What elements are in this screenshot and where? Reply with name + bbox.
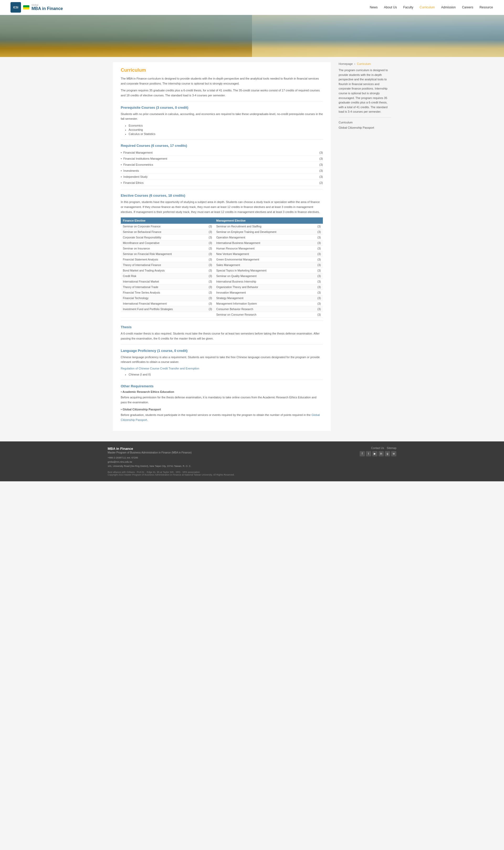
- finance-course: Investment Fund and Portfolio Strategies: [121, 306, 203, 312]
- other-req-item-1: • Academic Research Ethics Education Bef…: [121, 390, 323, 405]
- table-row: Theory of International Finance (3) Sale…: [121, 262, 323, 268]
- table-row: Financial Statement Analysis (3) Green E…: [121, 257, 323, 262]
- footer-contact-link[interactable]: Contact Us: [371, 447, 384, 449]
- finance-credits: (3): [203, 257, 214, 262]
- management-course: Strategy Management: [214, 296, 311, 301]
- management-course: Seminar on Quality Management: [214, 273, 311, 279]
- required-title: Required Courses (6 courses, 17 credits): [121, 144, 323, 147]
- page-title: Curriculum: [121, 68, 323, 73]
- site-header: ICSI Global MBA in Finance News About Us…: [0, 0, 504, 15]
- finance-elective-header: Finance Elective: [121, 217, 214, 224]
- elective-title: Elective Courses (6 courses, 18 credits): [121, 194, 323, 197]
- finance-course: Theory of International Trade: [121, 284, 203, 290]
- finance-credits: (3): [203, 229, 214, 235]
- thesis-title: Thesis: [121, 325, 323, 329]
- other-req-item-title-2: • Global Citizenship Passport: [121, 408, 323, 411]
- intro-text-2: The program requires 35 graduate credits…: [121, 88, 323, 98]
- language-desc: Chinese language proficiency is also a r…: [121, 355, 323, 365]
- breadcrumb-home[interactable]: Homepage: [339, 62, 353, 65]
- language-link[interactable]: Regulation of Chinese Course Credit Tran…: [121, 367, 199, 370]
- google-icon[interactable]: g: [385, 451, 390, 456]
- nav-news[interactable]: News: [369, 4, 378, 10]
- breadcrumb: Homepage › Curriculum: [339, 62, 391, 65]
- management-credits: (3): [311, 301, 323, 306]
- management-course: Seminar on Recruitment and Staffing: [214, 224, 311, 229]
- management-credits: (3): [311, 279, 323, 284]
- finance-course: Seminar on Corporate Finance: [121, 224, 203, 229]
- other-req-item-title-1: • Academic Research Ethics Education: [121, 390, 323, 393]
- language-list: Chinese (I and II): [121, 372, 323, 376]
- management-course: Green Environmental Management: [214, 257, 311, 262]
- finance-credits: (3): [203, 251, 214, 257]
- list-item: Accounting: [129, 128, 323, 132]
- finance-course: International Financial Market: [121, 279, 203, 284]
- elective-desc: In this program, students have the oppor…: [121, 199, 323, 214]
- nav-curriculum[interactable]: Curriculum: [419, 4, 435, 10]
- logo-text: Global MBA in Finance: [32, 4, 63, 11]
- divider-5: [121, 344, 323, 344]
- management-credits: (3): [311, 273, 323, 279]
- management-credits: (3): [311, 268, 323, 273]
- course-item: •Financial Institutions Management (3): [121, 156, 323, 162]
- other-req-item-desc-2: Before graduation, students must partici…: [121, 412, 323, 422]
- language-title: Language Proficiency (1 course, 0 credit…: [121, 349, 323, 353]
- youtube-icon[interactable]: ▶: [372, 451, 377, 456]
- wechat-icon[interactable]: w: [391, 451, 396, 456]
- hero-banner: [0, 15, 504, 57]
- finance-credits: (3): [203, 240, 214, 246]
- logo-area: ICSI Global MBA in Finance: [11, 2, 369, 13]
- finance-credits: (3): [203, 235, 214, 240]
- management-credits: (3): [311, 224, 323, 229]
- table-row: Seminar on Consumer Research (3): [121, 312, 323, 317]
- course-item: •Financial Econometrics (3): [121, 162, 323, 168]
- management-credits: (3): [311, 312, 323, 317]
- finance-credits: (3): [203, 301, 214, 306]
- prereq-title: Prerequisite Courses (3 courses, 0 credi…: [121, 106, 323, 109]
- icsi-logo-icon: ICSI: [11, 2, 21, 13]
- table-row: Seminar on Corporate Finance (3) Seminar…: [121, 224, 323, 229]
- footer-phone: +886-2-29387111 ext. 67295: [108, 456, 138, 459]
- management-credits: (3): [311, 296, 323, 301]
- nav-resource[interactable]: Resource: [479, 4, 493, 10]
- table-row: Seminar on Insurance (3) Human Resource …: [121, 246, 323, 251]
- passport-link[interactable]: Global Citizenship Passport: [121, 413, 320, 422]
- site-title: MBA in Finance: [32, 6, 63, 11]
- required-course-list: •Financial Management (3) •Financial Ins…: [121, 150, 323, 186]
- finance-credits: (3): [203, 273, 214, 279]
- finance-credits: (3): [203, 279, 214, 284]
- footer-partners: Best alliance with Orléans · Prof.Dr. · …: [108, 471, 360, 476]
- nav-about[interactable]: About Us: [383, 4, 397, 10]
- other-req-title: Other Requirements: [121, 384, 323, 388]
- twitter-icon[interactable]: t: [366, 451, 371, 456]
- sidebar-link-passport[interactable]: Global Citizenship Passport: [339, 125, 391, 130]
- prereq-desc: Students with no prior coursework in cal…: [121, 111, 323, 121]
- management-course: Human Resource Management: [214, 246, 311, 251]
- divider-4: [121, 321, 323, 321]
- footer-sitemap-link[interactable]: Sitemap: [387, 447, 396, 449]
- sidebar: Homepage › Curriculum The program curric…: [339, 62, 391, 431]
- management-credits: (3): [311, 235, 323, 240]
- global-label: Global: [32, 4, 63, 6]
- management-course: Management Information System: [214, 301, 311, 306]
- finance-course: Financial Statement Analysis: [121, 257, 203, 262]
- hero-overlay: [0, 15, 504, 57]
- linkedin-icon[interactable]: in: [379, 451, 384, 456]
- list-item: Chinese (I and II): [129, 372, 323, 376]
- management-course: Seminar on Consumer Research: [214, 312, 311, 317]
- finance-course: Corporate Social Responsibility: [121, 235, 203, 240]
- thesis-desc: A 6-credit master thesis is also require…: [121, 331, 323, 341]
- footer-links: Contact Us Sitemap: [371, 447, 396, 449]
- nav-careers[interactable]: Careers: [462, 4, 474, 10]
- elective-table: Finance Elective Management Elective Sem…: [121, 217, 323, 317]
- sidebar-link-curriculum[interactable]: Curriculum: [339, 120, 391, 125]
- footer-inner: MBA in Finance Master Program of Busines…: [108, 447, 396, 476]
- nav-faculty[interactable]: Faculty: [403, 4, 414, 10]
- management-credits: (3): [311, 246, 323, 251]
- facebook-icon[interactable]: f: [360, 451, 365, 456]
- main-nav: News About Us Faculty Curriculum Admissi…: [369, 4, 493, 10]
- management-course: Seminar on Employee Training and Develop…: [214, 229, 311, 235]
- nav-admission[interactable]: Admission: [441, 4, 456, 10]
- management-credits: (3): [311, 251, 323, 257]
- other-req-item-2: • Global Citizenship Passport Before gra…: [121, 408, 323, 422]
- finance-course: Bond Market and Trading Analysis: [121, 268, 203, 273]
